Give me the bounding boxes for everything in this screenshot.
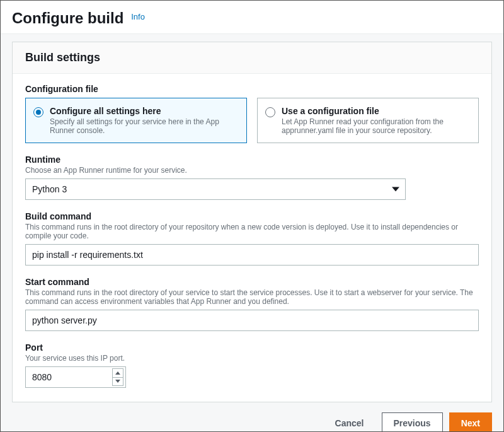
chevron-down-icon (115, 380, 120, 383)
runtime-help: Choose an App Runner runtime for your se… (25, 166, 479, 175)
runtime-select-wrap: Python 3 (25, 178, 406, 200)
port-label: Port (25, 342, 479, 353)
option-configure-here-desc: Specify all settings for your service he… (50, 117, 238, 135)
build-command-input[interactable] (25, 244, 479, 266)
content-area: Build settings Configuration file Config… (1, 34, 503, 402)
configuration-file-section: Configuration file Configure all setting… (25, 84, 479, 143)
cancel-button[interactable]: Cancel (324, 412, 375, 432)
runtime-label: Runtime (25, 155, 479, 165)
port-step-down[interactable] (113, 377, 123, 386)
page-title: Configure build (12, 9, 123, 27)
port-section: Port Your service uses this IP port. (25, 342, 479, 388)
port-help: Your service uses this IP port. (25, 354, 479, 363)
start-command-label: Start command (25, 277, 479, 287)
build-command-section: Build command This command runs in the r… (25, 211, 479, 266)
previous-button[interactable]: Previous (382, 412, 443, 432)
option-use-config-file-desc: Let App Runner read your configuration f… (282, 117, 469, 135)
start-command-input[interactable] (25, 310, 479, 331)
build-command-label: Build command (25, 211, 479, 221)
configuration-file-options: Configure all settings here Specify all … (25, 98, 479, 143)
panel-title: Build settings (13, 42, 491, 74)
chevron-up-icon (115, 371, 120, 375)
start-command-section: Start command This command runs in the r… (25, 277, 479, 331)
option-configure-here[interactable]: Configure all settings here Specify all … (25, 98, 247, 143)
wizard-footer: Cancel Previous Next (1, 402, 503, 432)
panel-body: Configuration file Configure all setting… (13, 74, 491, 402)
port-input-wrap (25, 366, 126, 388)
radio-icon (33, 107, 43, 117)
build-command-help: This command runs in the root directory … (25, 223, 479, 240)
port-step-up[interactable] (113, 369, 123, 377)
option-configure-here-title: Configure all settings here (50, 106, 238, 116)
runtime-section: Runtime Choose an App Runner runtime for… (25, 155, 479, 200)
runtime-select[interactable]: Python 3 (25, 178, 406, 200)
port-stepper (112, 368, 123, 386)
port-input[interactable] (25, 366, 126, 388)
info-link[interactable]: Info (131, 12, 145, 21)
option-use-config-file-title: Use a configuration file (282, 106, 469, 116)
page-header: Configure build Info (1, 1, 503, 34)
radio-icon (265, 107, 275, 117)
option-use-config-file[interactable]: Use a configuration file Let App Runner … (257, 98, 479, 143)
configuration-file-label: Configuration file (25, 84, 479, 94)
start-command-help: This command runs in the root directory … (25, 288, 479, 306)
build-settings-panel: Build settings Configuration file Config… (12, 42, 492, 402)
next-button[interactable]: Next (449, 412, 492, 432)
